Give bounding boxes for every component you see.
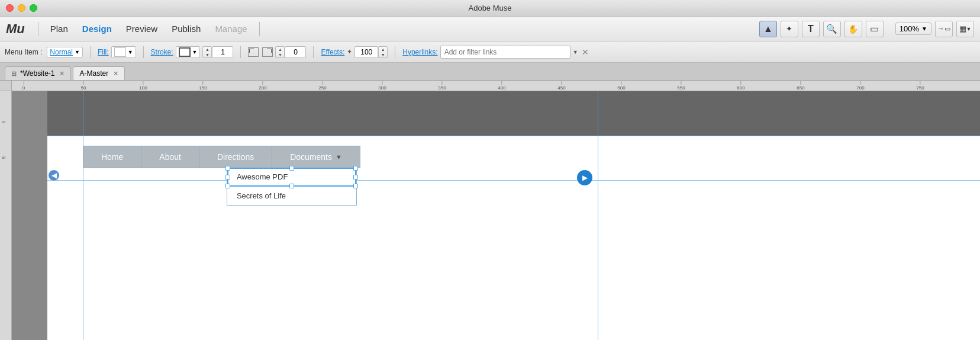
- stroke-width-spinner[interactable]: ▲ ▼: [202, 46, 212, 58]
- nav-directions-label: Directions: [217, 152, 254, 162]
- paste-icon: →▭: [938, 25, 950, 33]
- hyperlinks-input[interactable]: [440, 46, 570, 59]
- guideline-vertical-1: [83, 91, 83, 340]
- menu-item-publish[interactable]: Publish: [166, 21, 207, 36]
- sep3: [240, 46, 241, 58]
- play-button[interactable]: ▶: [577, 170, 592, 185]
- dropdown-item-awesome-pdf[interactable]: Awesome PDF: [227, 168, 356, 187]
- nav-item-directions[interactable]: Directions: [199, 146, 272, 168]
- zoom-level-control[interactable]: 100% ▼: [895, 23, 931, 35]
- tab-website1[interactable]: ⊞ *Website-1 ✕: [5, 66, 71, 80]
- state-dropdown-arrow[interactable]: ▼: [75, 49, 80, 55]
- menu-divider: [38, 22, 38, 36]
- page-canvas: ◀ Home About Directions Documents: [12, 91, 980, 340]
- menu-item-manage: Manage: [209, 21, 253, 36]
- nav-about-label: About: [159, 152, 181, 162]
- effects-spinner[interactable]: ▲ ▼: [378, 46, 388, 58]
- zoom-icon: 🔍: [826, 24, 837, 34]
- corner-section: ▲ ▼ 0: [248, 46, 306, 58]
- hand-icon: ✋: [848, 24, 858, 34]
- minimize-button[interactable]: [18, 4, 25, 12]
- properties-bar: Menu Item : Normal ▼ Fill: ▼ Stroke: ▼ ▲: [0, 41, 980, 63]
- nav-item-about[interactable]: About: [141, 146, 199, 168]
- vertical-ruler: 0 5: [0, 91, 12, 340]
- corner-radius-input[interactable]: 0: [285, 46, 306, 58]
- page-header-background: [47, 91, 980, 136]
- nav-item-documents[interactable]: Documents ▼ Awesome PDF: [272, 146, 360, 168]
- tab-website1-close[interactable]: ✕: [59, 70, 65, 78]
- scroll-arrow-left[interactable]: ◀: [49, 170, 59, 181]
- tab-amaster[interactable]: A-Master ✕: [73, 66, 125, 80]
- text-tool-button[interactable]: T: [802, 21, 820, 37]
- corner-spinner[interactable]: ▲ ▼: [275, 46, 285, 58]
- left-arrow-icon: ◀: [51, 171, 57, 179]
- effects-up-btn[interactable]: ▲: [379, 47, 387, 52]
- menu-item-plan[interactable]: Plan: [44, 21, 74, 36]
- close-button[interactable]: [6, 4, 14, 12]
- tab-amaster-label: A-Master: [79, 69, 108, 78]
- navigation-widget[interactable]: Home About Directions Documents ▼: [83, 146, 360, 168]
- zoom-tool-button[interactable]: 🔍: [823, 21, 841, 37]
- stroke-label[interactable]: Stroke:: [151, 48, 173, 56]
- state-dropdown[interactable]: Normal ▼: [47, 47, 83, 57]
- ruler-corner: [0, 81, 12, 91]
- text-icon: T: [808, 24, 814, 34]
- menu-item-preview[interactable]: Preview: [120, 21, 163, 36]
- effects-value-input[interactable]: 100: [354, 46, 378, 58]
- effects-icon: ✦: [347, 48, 352, 56]
- hyperlinks-dropdown-arrow[interactable]: ▼: [573, 49, 578, 55]
- fill-color-swatch: [114, 47, 126, 57]
- stroke-up-btn[interactable]: ▲: [203, 47, 211, 52]
- nav-item-home[interactable]: Home: [83, 146, 141, 168]
- menu-item-design[interactable]: Design: [76, 21, 118, 36]
- stroke-style-dropdown[interactable]: ▼: [176, 46, 201, 58]
- grid-dropdown-arrow[interactable]: ▼: [966, 26, 972, 32]
- select-tool-button[interactable]: ▲: [759, 21, 777, 37]
- corner-up-btn[interactable]: ▲: [276, 47, 284, 52]
- menu-bar: Mu Plan Design Preview Publish Manage ▲ …: [0, 17, 980, 41]
- fill-section: Fill: ▼: [98, 46, 136, 58]
- guideline-horizontal-2: [47, 180, 980, 181]
- zoom-level-value: 100%: [900, 24, 919, 33]
- direct-select-tool-button[interactable]: ✦: [781, 21, 798, 37]
- hyperlinks-section: Hyperlinks: ▼ ✕: [402, 46, 588, 59]
- tabs-bar: ⊞ *Website-1 ✕ A-Master ✕: [0, 63, 980, 81]
- fill-label[interactable]: Fill:: [98, 48, 109, 56]
- sep2: [143, 46, 144, 58]
- nav-menu-bar: Home About Directions Documents ▼: [83, 146, 360, 168]
- zoom-dropdown-arrow[interactable]: ▼: [921, 25, 927, 32]
- stroke-width-input[interactable]: 1: [212, 46, 233, 58]
- corner-down-btn[interactable]: ▼: [276, 52, 284, 57]
- app-title: Adobe Muse: [469, 4, 512, 12]
- close-hyperlinks-button[interactable]: ✕: [582, 47, 589, 57]
- ruler-row: 0501001502002503003504004505005506006507…: [0, 81, 980, 91]
- app-window: Adobe Muse Mu Plan Design Preview Publis…: [0, 0, 980, 340]
- guideline-vertical-2: [598, 91, 598, 340]
- stroke-down-btn[interactable]: ▼: [203, 52, 211, 57]
- grid-icon: ▦: [959, 24, 966, 33]
- menu-divider-2: [259, 22, 260, 36]
- tab-website1-label: *Website-1: [20, 69, 54, 78]
- canvas-row: 0 5 ◀ Home: [0, 91, 980, 340]
- frame-tool-button[interactable]: ▭: [866, 21, 884, 37]
- hyperlinks-label[interactable]: Hyperlinks:: [402, 48, 437, 56]
- window-controls: [6, 4, 37, 12]
- sep4: [313, 46, 314, 58]
- nav-home-label: Home: [101, 152, 123, 162]
- stroke-style-arrow[interactable]: ▼: [192, 49, 198, 55]
- maximize-button[interactable]: [30, 4, 37, 12]
- state-value: Normal: [50, 48, 73, 56]
- stroke-section: Stroke: ▼ ▲ ▼ 1: [151, 46, 234, 58]
- guideline-horizontal-1: [47, 136, 980, 136]
- fill-color-dropdown[interactable]: ▼: [111, 46, 136, 58]
- paste-in-place-button[interactable]: →▭: [935, 21, 953, 37]
- tab-amaster-close[interactable]: ✕: [113, 70, 118, 78]
- effects-label[interactable]: Effects:: [321, 48, 344, 56]
- hand-tool-button[interactable]: ✋: [844, 21, 862, 37]
- select-icon: ▲: [763, 24, 773, 34]
- grid-view-button[interactable]: ▦ ▼: [956, 21, 974, 37]
- dropdown-item-secrets-of-life[interactable]: Secrets of Life: [227, 187, 356, 205]
- horizontal-ruler: 0501001502002503003504004505005506006507…: [12, 81, 980, 91]
- effects-down-btn[interactable]: ▼: [379, 52, 387, 57]
- fill-dropdown-arrow[interactable]: ▼: [128, 49, 133, 55]
